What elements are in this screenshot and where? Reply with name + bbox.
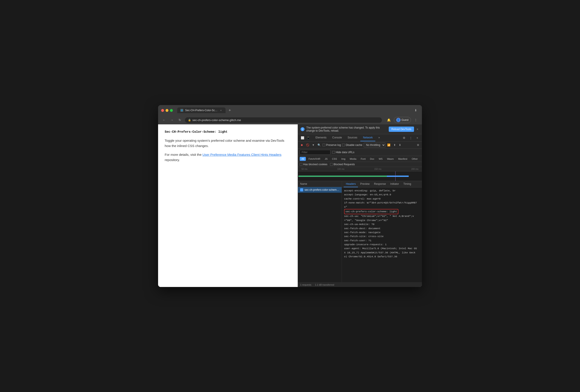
timeline-header: 50 ms 100 ms 150 ms 200 ms [298, 167, 422, 171]
export-button[interactable]: ⬇ [398, 143, 402, 147]
tab-elements[interactable]: Elements [313, 134, 329, 141]
hide-data-urls-label[interactable]: Hide data URLs [332, 151, 354, 154]
traffic-lights [161, 109, 173, 112]
device-mode-icon[interactable]: 📱 [305, 135, 311, 141]
tab-close-button[interactable]: × [219, 109, 223, 112]
refresh-button[interactable]: ↻ [177, 117, 183, 123]
external-link[interactable]: User Preference Media Features Client Hi… [202, 153, 282, 156]
headers-tab-headers[interactable]: Headers [344, 181, 358, 187]
header-icons: 🔔 👤 Guest ⋮ [386, 117, 419, 123]
bell-icon[interactable]: 🔔 [386, 117, 392, 123]
address-field[interactable]: 🔒 sec-ch-prefers-color-scheme.glitch.me [185, 117, 382, 123]
file-name: sec-ch-prefers-color-scheme… [304, 188, 339, 191]
devtools-settings-icon[interactable]: ⚙ [401, 135, 407, 141]
tab-right-actions: ⬇ [413, 107, 419, 113]
filter-js[interactable]: JS [323, 157, 329, 161]
notification-text: The system-preferred color scheme has ch… [306, 126, 387, 132]
file-type-icon [300, 188, 303, 191]
filter-font[interactable]: Font [359, 157, 367, 161]
more-menu-icon[interactable]: ⋮ [413, 117, 419, 123]
tab-bar: 🌐 Sec-CH-Prefers-Color-Schem… × + [177, 107, 411, 113]
record-stop-button[interactable]: ⏺ [300, 143, 304, 147]
preserve-log-checkbox[interactable] [322, 144, 325, 146]
header-line-sec-fetch-user: sec-fetch-user: ?1 [344, 239, 420, 243]
filter-manifest[interactable]: Manifest [396, 157, 409, 161]
forward-button[interactable]: → [169, 117, 175, 123]
url-text: sec-ch-prefers-color-scheme.glitch.me [192, 118, 241, 122]
filter-types: All Fetch/XHR JS CSS Img Media Font Doc … [298, 156, 422, 162]
devtools-tabs: ⬜ 📱 Elements Console Sources Network » ⚙ [298, 134, 422, 141]
devtools-close-icon[interactable]: × [415, 135, 420, 141]
filter-img[interactable]: Img [340, 157, 347, 161]
filter-other[interactable]: Other [410, 157, 420, 161]
disable-cache-label[interactable]: Disable cache [342, 143, 362, 147]
hide-data-urls-text: Hide data URLs [336, 151, 354, 154]
headers-tab-timing[interactable]: Timing [401, 181, 413, 187]
header-line-cache-control: cache-control: max-age=0 [344, 197, 420, 201]
requests-count: 1 requests [300, 284, 311, 286]
back-button[interactable]: ← [161, 117, 167, 123]
tab-sources[interactable]: Sources [345, 134, 360, 141]
disable-cache-text: Disable cache [346, 143, 362, 147]
import-button[interactable]: ⬆ [393, 143, 397, 147]
headers-tab-preview[interactable]: Preview [358, 181, 372, 187]
filter-fetch-xhr[interactable]: Fetch/XHR [307, 157, 322, 161]
file-list: Name sec-ch-prefers-color-scheme… [298, 181, 342, 282]
filter-button[interactable]: ▼ [311, 143, 315, 147]
address-bar: ← → ↻ 🔒 sec-ch-prefers-color-scheme.glit… [158, 115, 422, 124]
devtools-panel: i The system-preferred color scheme has … [298, 124, 422, 287]
maximize-button[interactable] [170, 109, 173, 112]
filter-wasm[interactable]: Wasm [385, 157, 396, 161]
reload-devtools-button[interactable]: Reload DevTools [389, 127, 414, 132]
header-line-sec-ch-ua-mobile: sec-ch-ua-mobile: ?0 [344, 222, 420, 226]
file-item[interactable]: sec-ch-prefers-color-scheme… [298, 187, 342, 193]
new-tab-button[interactable]: + [227, 107, 233, 113]
network-settings-icon[interactable]: ⚙ [416, 143, 420, 147]
filter-input[interactable] [300, 150, 330, 155]
tab-more[interactable]: » [376, 134, 383, 141]
throttle-select[interactable]: No throttling [364, 143, 385, 147]
header-line-sec-fetch-site: sec-fetch-site: cross-site [344, 234, 420, 238]
file-list-header: Name [298, 181, 342, 187]
header-line-sec-ch-prefers: sec-ch-prefers-color-scheme: light [344, 209, 420, 214]
clear-button[interactable]: 🚫 [305, 143, 310, 147]
filter-ws[interactable]: WS [377, 157, 384, 161]
headers-tab-initiator[interactable]: Initiator [388, 181, 401, 187]
header-line-sec-fetch-dest: sec-fetch-dest: document [344, 226, 420, 230]
tab-favicon: 🌐 [180, 109, 183, 112]
active-tab[interactable]: 🌐 Sec-CH-Prefers-Color-Schem… × [177, 107, 226, 113]
blocked-requests-checkbox[interactable] [330, 163, 333, 166]
hide-data-urls-checkbox[interactable] [332, 151, 335, 154]
lock-icon: 🔒 [188, 119, 191, 121]
online-icon[interactable]: 📶 [387, 143, 391, 147]
preserve-log-text: Preserve log [326, 143, 341, 147]
close-button[interactable] [161, 109, 164, 112]
tab-console[interactable]: Console [330, 134, 344, 141]
notification-close-button[interactable]: × [416, 127, 419, 131]
filter-css[interactable]: CSS [330, 157, 339, 161]
disable-cache-checkbox[interactable] [342, 144, 345, 146]
inspect-element-icon[interactable]: ⬜ [300, 135, 305, 141]
preserve-log-label[interactable]: Preserve log [322, 143, 341, 147]
highlighted-header: sec-ch-prefers-color-scheme: light [344, 209, 398, 214]
headers-tab-response[interactable]: Response [372, 181, 388, 187]
headers-content: accept-encoding: gzip, deflate, br accep… [342, 188, 422, 282]
paragraph2-prefix: For more details, visit the [165, 153, 202, 156]
minimize-button[interactable] [165, 109, 168, 112]
filter-doc[interactable]: Doc [368, 157, 376, 161]
tab-title: Sec-CH-Prefers-Color-Schem… [185, 109, 218, 112]
filter-media[interactable]: Media [348, 157, 358, 161]
filter-bar: Hide data URLs [298, 149, 422, 156]
search-network-button[interactable]: 🔍 [317, 143, 321, 147]
profile-button[interactable]: 👤 Guest [394, 117, 411, 123]
filter-all[interactable]: All [300, 157, 306, 161]
devtools-more-icon[interactable]: ⋮ [408, 135, 414, 141]
webpage-paragraph2: For more details, visit the User Prefere… [165, 152, 291, 163]
blocked-requests-label[interactable]: Blocked Requests [330, 163, 355, 166]
has-blocked-cookies-text: Has blocked cookies [303, 163, 327, 166]
has-blocked-cookies-checkbox[interactable] [300, 163, 302, 166]
header-line-upgrade-insecure: upgrade-insecure-requests: 1 [344, 243, 420, 247]
has-blocked-cookies-label[interactable]: Has blocked cookies [300, 163, 327, 166]
tab-network[interactable]: Network [360, 134, 375, 141]
chrome-menu-icon[interactable]: ⬇ [413, 107, 419, 113]
